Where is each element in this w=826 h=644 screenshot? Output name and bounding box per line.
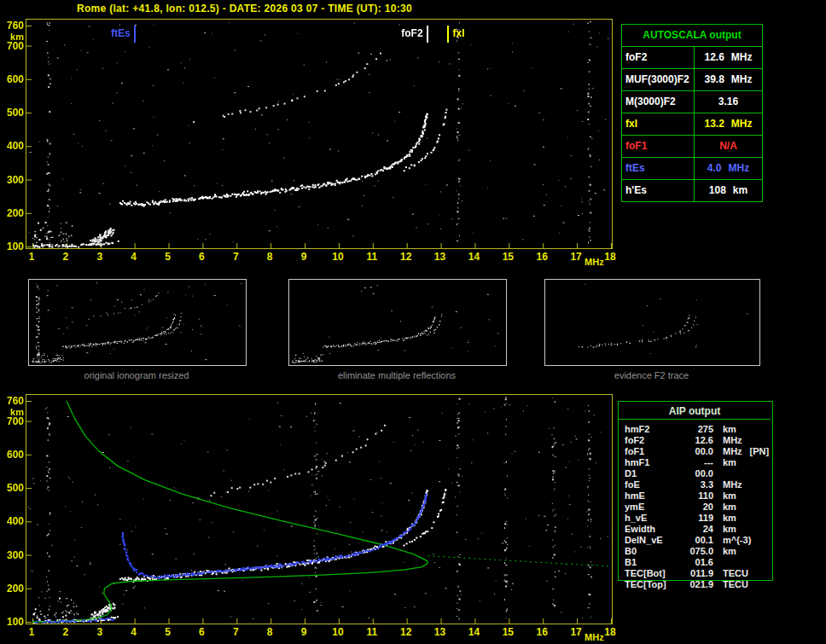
x-axis-tick-label: 12: [397, 626, 416, 638]
aip-row: B101.6: [618, 557, 771, 568]
aip-unit: km: [723, 513, 736, 524]
aip-param-name: foE: [625, 479, 681, 490]
aip-row: D100.0: [618, 468, 771, 479]
y-axis-tick-label: 500: [2, 107, 24, 119]
aip-unit: km: [723, 524, 736, 535]
aip-unit: MHz: [723, 479, 742, 490]
aip-value: 119: [681, 513, 713, 524]
autoscala-output-table: AUTOSCALA output foF212.6MHzMUF(3000)F23…: [621, 24, 763, 202]
autoscala-table-rows: foF212.6MHzMUF(3000)F239.8MHzM(3000)F23.…: [622, 47, 762, 201]
y-axis-tick-label: 500: [2, 482, 24, 494]
aip-row: foE3.3MHz: [618, 479, 771, 490]
thumbnail-original-canvas: [29, 280, 246, 365]
y-axis-tick-label: 760: [2, 395, 24, 407]
autoscala-value-number: N/A: [719, 136, 737, 157]
autoscala-param: foF1: [622, 136, 695, 157]
top-ionogram-canvas: [26, 20, 612, 248]
autoscala-value-unit: MHz: [731, 47, 753, 68]
autoscala-table-title: AUTOSCALA output: [622, 25, 762, 47]
autoscala-row: foF212.6MHz: [622, 47, 762, 69]
thumbnail-original-ionogram: [28, 279, 247, 366]
autoscala-value: 39.8MHz: [695, 69, 762, 90]
aip-param-name: TEC[Bot]: [625, 568, 681, 579]
thumbnail-caption-original: original ionogram resized: [28, 370, 245, 380]
y-axis-tick-label: 200: [2, 207, 24, 219]
y-axis-tick-label: 300: [2, 174, 24, 186]
y-axis-tick-label: 600: [2, 73, 24, 85]
thumbnail-f2-canvas: [545, 280, 759, 365]
aip-output-table: AIP output hmF2275kmfoF212.6MHzfoF100.0M…: [618, 401, 771, 590]
aip-row: hmE110km: [618, 490, 771, 502]
aip-param-name: DelN_vE: [625, 535, 681, 546]
aip-value: 00.0: [681, 468, 713, 479]
autoscala-row: fxI13.2MHz: [622, 113, 762, 136]
autoscala-param: h'Es: [622, 180, 695, 201]
aip-param-name: hmE: [625, 490, 681, 502]
aip-row: Ewidth24km: [618, 524, 771, 535]
aip-row: foF100.0MHz[PN]: [618, 446, 771, 457]
aip-unit: km: [723, 457, 736, 468]
aip-unit: km: [723, 546, 736, 557]
x-axis-tick-label: 9: [294, 251, 313, 263]
autoscala-value: 4.0MHz: [695, 158, 762, 179]
aip-value: 075.0: [681, 546, 713, 557]
aip-row: hmF1---km: [618, 457, 771, 468]
autoscala-param: MUF(3000)F2: [622, 69, 695, 90]
aip-param-name: foF2: [625, 435, 681, 446]
y-axis-unit-label: km: [2, 32, 24, 42]
aip-row: DelN_vE00.1m^(-3): [618, 535, 771, 546]
aip-row: foF212.6MHz: [618, 435, 771, 446]
autoscala-row: ftEs4.0MHz: [622, 158, 762, 180]
fxi-marker-line: [447, 26, 449, 43]
aip-row: h_vE119km: [618, 513, 771, 524]
aip-note: [PN]: [750, 446, 770, 457]
aip-value: 3.3: [681, 479, 713, 490]
x-axis-tick-label: 3: [90, 626, 109, 638]
x-axis-tick-label: 15: [498, 251, 517, 263]
aip-value: 021.9: [681, 579, 713, 590]
aip-value: 20: [681, 502, 713, 513]
fof2-marker-line: [427, 26, 428, 43]
aip-unit: MHz: [723, 446, 742, 457]
aip-param-name: hmF1: [625, 457, 681, 468]
aip-value: 00.1: [681, 535, 713, 546]
y-axis-tick-label: 300: [2, 549, 24, 561]
autoscala-row: MUF(3000)F239.8MHz: [622, 69, 762, 91]
x-axis-tick-label: 13: [431, 251, 450, 263]
autoscala-value-number: 108: [709, 180, 726, 201]
y-axis-tick-label: 200: [2, 583, 24, 595]
autoscala-app-window: { "window": { "title": "Rome (lat: +41.8…: [0, 0, 826, 644]
autoscala-value: N/A: [695, 136, 762, 157]
x-axis-tick-label: 11: [363, 251, 381, 263]
autoscala-value-number: 3.16: [718, 91, 738, 113]
aip-row: ymE20km: [618, 502, 771, 513]
aip-param-name: Ewidth: [625, 524, 681, 535]
bottom-ionogram-panel: [26, 394, 613, 624]
x-axis-tick-label: 16: [532, 626, 551, 638]
autoscala-value-unit: MHz: [731, 113, 753, 135]
x-axis-tick-label: 6: [192, 251, 211, 263]
bottom-ionogram-canvas: [26, 395, 612, 624]
autoscala-row: M(3000)F23.16: [622, 91, 762, 113]
x-axis-tick-label: 13: [431, 626, 450, 638]
aip-param-name: hmF2: [625, 424, 681, 435]
aip-param-name: B1: [625, 557, 681, 568]
autoscala-value-number: 4.0: [707, 158, 722, 179]
x-axis-tick-label: 9: [294, 626, 313, 638]
autoscala-param: fxI: [622, 113, 695, 135]
x-axis-tick-label: 11: [363, 626, 381, 638]
autoscala-row: foF1N/A: [622, 136, 762, 158]
autoscala-value: 12.6MHz: [695, 47, 762, 68]
y-axis-tick-label: 400: [2, 140, 24, 152]
aip-row: B0075.0km: [618, 546, 771, 557]
aip-value: 12.6: [681, 435, 713, 446]
autoscala-param: M(3000)F2: [622, 91, 695, 113]
x-axis-tick-label: 7: [226, 251, 245, 263]
x-axis-tick-label: 6: [192, 626, 211, 638]
x-axis-tick-label: 5: [159, 251, 177, 263]
x-axis-tick-label: 2: [56, 626, 75, 638]
aip-unit: TECU: [723, 579, 748, 590]
aip-value: 011.9: [681, 568, 713, 579]
aip-value: 110: [681, 490, 713, 502]
autoscala-row: h'Es108km: [622, 180, 762, 201]
